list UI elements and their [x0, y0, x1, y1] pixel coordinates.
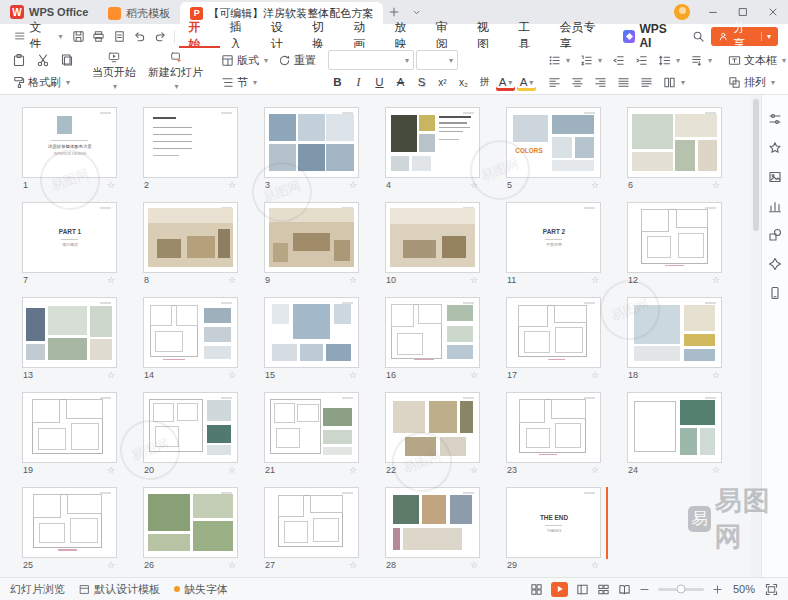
- section-button[interactable]: 节: [217, 73, 261, 91]
- cut-button[interactable]: [32, 51, 54, 69]
- arrange-button[interactable]: 排列: [724, 73, 779, 91]
- slide-thumbnail-23[interactable]: [506, 392, 601, 463]
- mobile-sync-button[interactable]: [767, 285, 783, 301]
- zoom-slider-knob[interactable]: [677, 585, 686, 594]
- zoom-in-button[interactable]: [712, 584, 723, 595]
- slide-thumbnail-22[interactable]: [385, 392, 480, 463]
- favorite-star-icon[interactable]: ☆: [712, 370, 720, 380]
- distribute-button[interactable]: [636, 73, 657, 91]
- favorite-star-icon[interactable]: ☆: [591, 560, 599, 570]
- numbered-list-button[interactable]: [576, 51, 606, 69]
- zoom-slider[interactable]: [658, 588, 704, 591]
- pinyin-button[interactable]: 拼: [475, 73, 494, 91]
- favorite-star-icon[interactable]: ☆: [107, 275, 115, 285]
- new-slide-button[interactable]: 新建幻灯片: [142, 50, 209, 92]
- slide-thumbnail-24[interactable]: [627, 392, 722, 463]
- normal-view-button[interactable]: [576, 583, 589, 596]
- textbox-button[interactable]: 文本框: [724, 51, 788, 69]
- ribbon-tab-member[interactable]: 会员专享: [550, 24, 615, 48]
- zoom-level[interactable]: 50%: [731, 583, 757, 595]
- increase-indent-button[interactable]: [631, 51, 652, 69]
- play-slideshow-button[interactable]: [551, 582, 568, 597]
- redo-button[interactable]: [150, 26, 170, 46]
- bullet-list-button[interactable]: [544, 51, 574, 69]
- slide-thumbnail-2[interactable]: [143, 107, 238, 178]
- favorite-star-icon[interactable]: ☆: [591, 275, 599, 285]
- align-left-button[interactable]: [544, 73, 565, 91]
- paste-button[interactable]: [8, 51, 30, 69]
- columns-button[interactable]: [659, 73, 689, 91]
- favorite-star-icon[interactable]: ☆: [228, 465, 236, 475]
- missing-font-warning[interactable]: 缺失字体: [174, 582, 228, 597]
- italic-button[interactable]: I: [349, 73, 368, 91]
- copy-button[interactable]: [56, 51, 78, 69]
- image-library-button[interactable]: [767, 169, 783, 185]
- justify-button[interactable]: [613, 73, 634, 91]
- favorite-star-icon[interactable]: ☆: [470, 180, 478, 190]
- strikethrough-button[interactable]: A: [391, 73, 410, 91]
- favorite-star-icon[interactable]: ☆: [470, 370, 478, 380]
- ribbon-search-button[interactable]: [688, 26, 708, 46]
- layout-button[interactable]: 版式: [217, 51, 272, 69]
- decrease-indent-button[interactable]: [608, 51, 629, 69]
- slide-thumbnail-14[interactable]: [143, 297, 238, 368]
- print-preview-button[interactable]: [109, 26, 129, 46]
- font-size-select[interactable]: [416, 50, 458, 70]
- properties-panel-button[interactable]: [767, 111, 783, 127]
- font-family-select[interactable]: [328, 50, 414, 70]
- slide-thumbnail-9[interactable]: [264, 202, 359, 273]
- share-button[interactable]: 分享 ▾: [711, 27, 778, 46]
- wps-ai-button[interactable]: WPS AI: [615, 22, 688, 50]
- undo-button[interactable]: [129, 26, 149, 46]
- slide-thumbnail-12[interactable]: [627, 202, 722, 273]
- slide-thumbnail-19[interactable]: [22, 392, 117, 463]
- vertical-scrollbar[interactable]: [751, 95, 761, 577]
- slide-thumbnail-8[interactable]: [143, 202, 238, 273]
- favorite-star-icon[interactable]: ☆: [228, 275, 236, 285]
- favorite-star-icon[interactable]: ☆: [712, 275, 720, 285]
- favorite-star-icon[interactable]: ☆: [349, 275, 357, 285]
- line-spacing-button[interactable]: [654, 51, 684, 69]
- close-button[interactable]: [758, 0, 788, 24]
- favorite-star-icon[interactable]: ☆: [591, 180, 599, 190]
- favorite-star-icon[interactable]: ☆: [107, 180, 115, 190]
- favorite-star-icon[interactable]: ☆: [591, 465, 599, 475]
- shapes-panel-button[interactable]: [767, 227, 783, 243]
- align-center-button[interactable]: [567, 73, 588, 91]
- effects-panel-button[interactable]: [767, 256, 783, 272]
- text-shadow-button[interactable]: S: [412, 73, 431, 91]
- text-direction-button[interactable]: [686, 51, 716, 69]
- favorite-star-icon[interactable]: ☆: [591, 370, 599, 380]
- subscript-button[interactable]: x₂: [454, 73, 473, 91]
- slide-thumbnail-21[interactable]: [264, 392, 359, 463]
- template-name[interactable]: 默认设计模板: [79, 582, 160, 597]
- format-painter-button[interactable]: 格式刷: [8, 73, 74, 91]
- scrollbar-thumb[interactable]: [753, 99, 759, 231]
- slide-thumbnail-3[interactable]: [264, 107, 359, 178]
- underline-button[interactable]: U: [370, 73, 389, 91]
- favorite-star-icon[interactable]: ☆: [470, 560, 478, 570]
- favorite-star-icon[interactable]: ☆: [349, 560, 357, 570]
- favorite-star-icon[interactable]: ☆: [107, 560, 115, 570]
- print-button[interactable]: [89, 26, 109, 46]
- ribbon-tab-tools[interactable]: 工具: [509, 24, 550, 48]
- ribbon-tab-review[interactable]: 审阅: [427, 24, 468, 48]
- ribbon-tab-slideshow[interactable]: 放映: [385, 24, 426, 48]
- docer-resources-button[interactable]: [767, 140, 783, 156]
- user-avatar[interactable]: [674, 4, 690, 20]
- slide-thumbnail-25[interactable]: [22, 487, 117, 558]
- favorite-star-icon[interactable]: ☆: [228, 180, 236, 190]
- ribbon-tab-animation[interactable]: 动画: [344, 24, 385, 48]
- slide-thumbnail-17[interactable]: [506, 297, 601, 368]
- ribbon-tab-insert[interactable]: 插入: [220, 24, 261, 48]
- save-button[interactable]: [68, 26, 88, 46]
- minimize-button[interactable]: [698, 0, 728, 24]
- favorite-star-icon[interactable]: ☆: [228, 560, 236, 570]
- zoom-out-button[interactable]: [639, 584, 650, 595]
- slide-thumbnail-1[interactable]: 洋房软装整体配色方案INTERIOR DESIGN: [22, 107, 117, 178]
- bold-button[interactable]: B: [328, 73, 347, 91]
- slide-thumbnail-5[interactable]: COLORS: [506, 107, 601, 178]
- slide-thumbnail-20[interactable]: [143, 392, 238, 463]
- play-from-current-button[interactable]: 当页开始: [86, 50, 142, 92]
- superscript-button[interactable]: x²: [433, 73, 452, 91]
